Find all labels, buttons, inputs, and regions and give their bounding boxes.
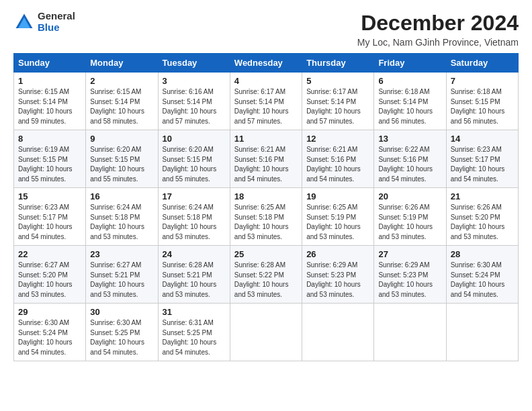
day-number: 21 [451, 191, 514, 201]
day-number: 30 [90, 307, 153, 317]
cell-info: Sunrise: 6:21 AMSunset: 5:16 PMDaylight:… [306, 145, 369, 184]
cell-info: Sunrise: 6:18 AMSunset: 5:15 PMDaylight:… [451, 87, 514, 126]
cell-info: Sunrise: 6:18 AMSunset: 5:14 PMDaylight:… [378, 87, 441, 126]
calendar-week-row: 22 Sunrise: 6:27 AMSunset: 5:20 PMDaylig… [14, 246, 519, 304]
cell-info: Sunrise: 6:24 AMSunset: 5:18 PMDaylight:… [90, 203, 153, 242]
calendar-cell: 1 Sunrise: 6:15 AMSunset: 5:14 PMDayligh… [14, 73, 86, 130]
day-number: 26 [306, 249, 369, 259]
cell-info: Sunrise: 6:16 AMSunset: 5:14 PMDaylight:… [163, 87, 226, 126]
weekday-header-row: SundayMondayTuesdayWednesdayThursdayFrid… [14, 54, 519, 73]
cell-info: Sunrise: 6:20 AMSunset: 5:15 PMDaylight:… [90, 145, 153, 184]
calendar-table: SundayMondayTuesdayWednesdayThursdayFrid… [13, 53, 519, 361]
day-number: 18 [234, 191, 298, 201]
day-number: 7 [451, 76, 514, 86]
calendar-cell: 23 Sunrise: 6:27 AMSunset: 5:21 PMDaylig… [86, 246, 158, 304]
calendar-cell: 2 Sunrise: 6:15 AMSunset: 5:14 PMDayligh… [86, 73, 158, 130]
calendar-body: 1 Sunrise: 6:15 AMSunset: 5:14 PMDayligh… [14, 73, 519, 361]
calendar-week-row: 1 Sunrise: 6:15 AMSunset: 5:14 PMDayligh… [14, 73, 519, 130]
cell-info: Sunrise: 6:23 AMSunset: 5:17 PMDaylight:… [451, 145, 514, 184]
cell-info: Sunrise: 6:17 AMSunset: 5:14 PMDaylight:… [306, 87, 369, 126]
calendar-cell: 29 Sunrise: 6:30 AMSunset: 5:24 PMDaylig… [14, 304, 86, 361]
weekday-header: Tuesday [158, 54, 230, 73]
cell-info: Sunrise: 6:31 AMSunset: 5:25 PMDaylight:… [163, 318, 226, 357]
calendar-cell: 22 Sunrise: 6:27 AMSunset: 5:20 PMDaylig… [14, 246, 86, 304]
cell-info: Sunrise: 6:26 AMSunset: 5:20 PMDaylight:… [451, 203, 514, 242]
calendar-cell: 9 Sunrise: 6:20 AMSunset: 5:15 PMDayligh… [86, 130, 158, 188]
day-number: 8 [18, 134, 81, 144]
calendar-cell [446, 304, 518, 361]
calendar-cell: 17 Sunrise: 6:24 AMSunset: 5:18 PMDaylig… [158, 188, 230, 246]
calendar-cell: 18 Sunrise: 6:25 AMSunset: 5:18 PMDaylig… [230, 188, 302, 246]
calendar-cell: 21 Sunrise: 6:26 AMSunset: 5:20 PMDaylig… [446, 188, 518, 246]
day-number: 17 [163, 191, 226, 201]
calendar-cell: 24 Sunrise: 6:28 AMSunset: 5:21 PMDaylig… [158, 246, 230, 304]
day-number: 20 [378, 191, 441, 201]
day-number: 1 [18, 76, 81, 86]
calendar-cell: 30 Sunrise: 6:30 AMSunset: 5:25 PMDaylig… [86, 304, 158, 361]
calendar-cell: 4 Sunrise: 6:17 AMSunset: 5:14 PMDayligh… [230, 73, 302, 130]
cell-info: Sunrise: 6:29 AMSunset: 5:23 PMDaylight:… [378, 261, 441, 300]
cell-info: Sunrise: 6:15 AMSunset: 5:14 PMDaylight:… [18, 87, 81, 126]
calendar-cell [374, 304, 446, 361]
calendar-cell: 13 Sunrise: 6:22 AMSunset: 5:16 PMDaylig… [374, 130, 446, 188]
calendar-week-row: 8 Sunrise: 6:19 AMSunset: 5:15 PMDayligh… [14, 130, 519, 188]
calendar-cell: 25 Sunrise: 6:28 AMSunset: 5:22 PMDaylig… [230, 246, 302, 304]
day-number: 14 [451, 134, 514, 144]
day-number: 4 [234, 76, 298, 86]
day-number: 6 [378, 76, 441, 86]
calendar-cell: 7 Sunrise: 6:18 AMSunset: 5:15 PMDayligh… [446, 73, 518, 130]
day-number: 11 [234, 134, 298, 144]
calendar-cell: 19 Sunrise: 6:25 AMSunset: 5:19 PMDaylig… [302, 188, 374, 246]
weekday-header: Thursday [302, 54, 374, 73]
calendar-cell: 28 Sunrise: 6:30 AMSunset: 5:24 PMDaylig… [446, 246, 518, 304]
day-number: 28 [451, 249, 514, 259]
logo-text: General Blue [38, 11, 75, 33]
cell-info: Sunrise: 6:28 AMSunset: 5:21 PMDaylight:… [163, 261, 226, 300]
calendar-cell: 8 Sunrise: 6:19 AMSunset: 5:15 PMDayligh… [14, 130, 86, 188]
cell-info: Sunrise: 6:15 AMSunset: 5:14 PMDaylight:… [90, 87, 153, 126]
cell-info: Sunrise: 6:23 AMSunset: 5:17 PMDaylight:… [18, 203, 81, 242]
cell-info: Sunrise: 6:17 AMSunset: 5:14 PMDaylight:… [234, 87, 298, 126]
cell-info: Sunrise: 6:30 AMSunset: 5:24 PMDaylight:… [451, 261, 514, 300]
logo: General Blue [13, 11, 75, 33]
day-number: 3 [163, 76, 226, 86]
calendar-header: SundayMondayTuesdayWednesdayThursdayFrid… [14, 54, 519, 73]
calendar-cell: 6 Sunrise: 6:18 AMSunset: 5:14 PMDayligh… [374, 73, 446, 130]
logo-icon [13, 11, 35, 33]
day-number: 24 [163, 249, 226, 259]
day-number: 10 [163, 134, 226, 144]
calendar-cell: 10 Sunrise: 6:20 AMSunset: 5:15 PMDaylig… [158, 130, 230, 188]
location: My Loc, Nam GJinh Province, Vietnam [357, 37, 519, 48]
calendar-cell: 15 Sunrise: 6:23 AMSunset: 5:17 PMDaylig… [14, 188, 86, 246]
day-number: 31 [163, 307, 226, 317]
calendar-cell: 11 Sunrise: 6:21 AMSunset: 5:16 PMDaylig… [230, 130, 302, 188]
calendar-week-row: 15 Sunrise: 6:23 AMSunset: 5:17 PMDaylig… [14, 188, 519, 246]
logo-blue: Blue [38, 22, 75, 34]
day-number: 12 [306, 134, 369, 144]
weekday-header: Sunday [14, 54, 86, 73]
month-title: December 2024 [357, 11, 519, 36]
calendar-cell [230, 304, 302, 361]
weekday-header: Saturday [446, 54, 518, 73]
calendar-cell: 14 Sunrise: 6:23 AMSunset: 5:17 PMDaylig… [446, 130, 518, 188]
cell-info: Sunrise: 6:21 AMSunset: 5:16 PMDaylight:… [234, 145, 298, 184]
day-number: 15 [18, 191, 81, 201]
day-number: 29 [18, 307, 81, 317]
calendar-cell: 5 Sunrise: 6:17 AMSunset: 5:14 PMDayligh… [302, 73, 374, 130]
day-number: 9 [90, 134, 153, 144]
calendar-cell: 27 Sunrise: 6:29 AMSunset: 5:23 PMDaylig… [374, 246, 446, 304]
weekday-header: Monday [86, 54, 158, 73]
calendar-cell: 12 Sunrise: 6:21 AMSunset: 5:16 PMDaylig… [302, 130, 374, 188]
day-number: 23 [90, 249, 153, 259]
title-area: December 2024 My Loc, Nam GJinh Province… [357, 11, 519, 48]
cell-info: Sunrise: 6:27 AMSunset: 5:21 PMDaylight:… [90, 261, 153, 300]
calendar-cell: 16 Sunrise: 6:24 AMSunset: 5:18 PMDaylig… [86, 188, 158, 246]
calendar-cell: 3 Sunrise: 6:16 AMSunset: 5:14 PMDayligh… [158, 73, 230, 130]
cell-info: Sunrise: 6:24 AMSunset: 5:18 PMDaylight:… [163, 203, 226, 242]
cell-info: Sunrise: 6:26 AMSunset: 5:19 PMDaylight:… [378, 203, 441, 242]
day-number: 27 [378, 249, 441, 259]
cell-info: Sunrise: 6:20 AMSunset: 5:15 PMDaylight:… [163, 145, 226, 184]
cell-info: Sunrise: 6:19 AMSunset: 5:15 PMDaylight:… [18, 145, 81, 184]
logo-general: General [38, 11, 75, 22]
calendar-cell: 31 Sunrise: 6:31 AMSunset: 5:25 PMDaylig… [158, 304, 230, 361]
